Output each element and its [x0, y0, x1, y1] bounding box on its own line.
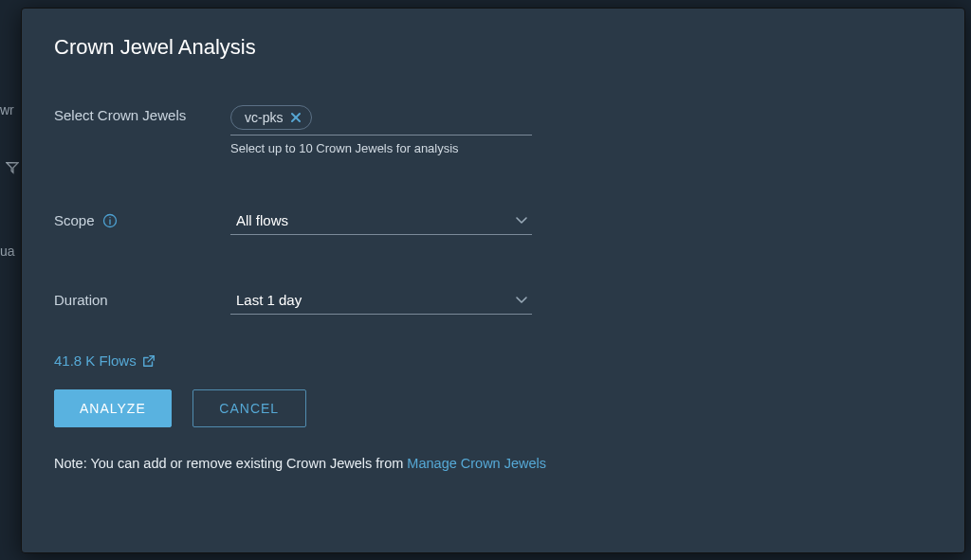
- field-label-text: Duration: [54, 292, 108, 308]
- footer-note: Note: You can add or remove existing Cro…: [54, 456, 932, 471]
- crown-jewels-label: Select Crown Jewels: [54, 103, 230, 123]
- external-link-icon: [142, 354, 156, 368]
- filter-icon: [6, 161, 19, 174]
- crown-jewels-row: Select Crown Jewels vc-pks Select up to …: [54, 103, 932, 155]
- crown-jewels-input[interactable]: vc-pks: [230, 103, 532, 135]
- analyze-button[interactable]: ANALYZE: [54, 389, 172, 427]
- duration-row: Duration Last 1 day: [54, 288, 932, 315]
- scope-control: All flows: [230, 208, 532, 235]
- field-label-text: Scope: [54, 212, 95, 228]
- duration-value: Last 1 day: [236, 292, 302, 308]
- flows-count-link[interactable]: 41.8 K Flows: [54, 352, 932, 369]
- crown-jewels-helper: Select up to 10 Crown Jewels for analysi…: [230, 141, 532, 155]
- duration-select[interactable]: Last 1 day: [230, 288, 532, 315]
- svg-line-5: [148, 355, 154, 361]
- chip-vc-pks[interactable]: vc-pks: [230, 105, 312, 130]
- crown-jewels-control: vc-pks Select up to 10 Crown Jewels for …: [230, 103, 532, 155]
- backdrop-text: wr: [0, 102, 14, 117]
- duration-control: Last 1 day: [230, 288, 532, 315]
- chevron-down-icon: [515, 216, 528, 226]
- flows-link-text: 41.8 K Flows: [54, 352, 137, 369]
- scope-value: All flows: [236, 212, 288, 228]
- backdrop-text: ua: [0, 244, 15, 259]
- scope-row: Scope All flows: [54, 208, 932, 235]
- chip-label: vc-pks: [245, 110, 283, 125]
- scope-label: Scope: [54, 208, 230, 228]
- remove-chip-icon[interactable]: [290, 112, 302, 123]
- manage-crown-jewels-link[interactable]: Manage Crown Jewels: [407, 456, 546, 471]
- duration-label: Duration: [54, 288, 230, 308]
- svg-point-4: [109, 216, 110, 217]
- dialog-title: Crown Jewel Analysis: [54, 35, 932, 60]
- info-icon[interactable]: [102, 213, 118, 228]
- scope-select[interactable]: All flows: [230, 208, 532, 235]
- cancel-button[interactable]: CANCEL: [192, 389, 306, 427]
- dialog-actions: ANALYZE CANCEL: [54, 389, 932, 427]
- footer-note-text: Note: You can add or remove existing Cro…: [54, 456, 407, 471]
- chevron-down-icon: [515, 296, 528, 305]
- field-label-text: Select Crown Jewels: [54, 107, 186, 123]
- crown-jewel-analysis-dialog: Crown Jewel Analysis Select Crown Jewels…: [21, 8, 965, 553]
